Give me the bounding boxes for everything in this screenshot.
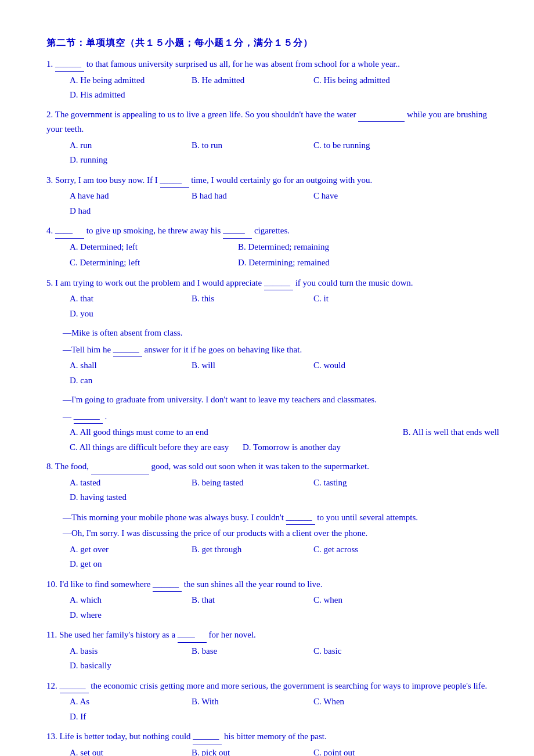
q3-optD: D had: [70, 204, 174, 219]
q1-optC: C. His being admitted: [313, 73, 418, 88]
q12-optC: C. When: [313, 694, 418, 710]
q12-text: 12. ______ the economic crisis getting m…: [46, 678, 499, 694]
q5-optA: A. that: [70, 291, 174, 307]
q6-blank: ______: [113, 342, 142, 358]
q3-options: A have had B had had C have D had: [46, 189, 499, 218]
q4-optC: C. Determining; left: [70, 255, 221, 271]
q7-optD: D. Tomorrow is another day: [243, 442, 341, 452]
q5-options: A. that B. this C. it D. you: [46, 291, 499, 321]
q12-options: A. As B. With C. When D. If: [46, 694, 499, 724]
q6-optB: B. will: [192, 358, 296, 373]
q6-optD: D. can: [70, 373, 174, 388]
q8-optD: D. having tasted: [70, 490, 174, 505]
question-2: 2. The government is appealing to us to …: [46, 107, 499, 168]
question-8: 8. The food, good, was sold out soon whe…: [46, 459, 499, 505]
q3-optC: C have: [313, 189, 418, 204]
q6-dialog1: —Mike is often absent from class.: [46, 326, 499, 341]
q5-text: 5. I am trying to work out the problem a…: [46, 275, 499, 291]
question-5: 5. I am trying to work out the problem a…: [46, 275, 499, 322]
q4-optA: A. Determined; left: [70, 240, 221, 255]
q7-optA: A. All good things must come to an end: [70, 425, 208, 440]
q1-options: A. He being admitted B. He admitted C. H…: [46, 73, 499, 103]
q1-optD: D. His admitted: [70, 88, 174, 103]
q3-optA: A have had: [70, 189, 174, 204]
q11-optA: A. basis: [70, 644, 174, 659]
question-9: —This morning your mobile phone was alwa…: [46, 510, 499, 572]
q12-optA: A. As: [70, 694, 174, 710]
section-title: 第二节：单项填空（共１５小题；每小题１分，满分１５分）: [46, 35, 499, 51]
q10-optC: C. when: [313, 593, 418, 608]
q9-blank: ______: [286, 510, 315, 525]
q4-text: 4. ____ to give up smoking, he threw awa…: [46, 223, 499, 239]
question-6: —Mike is often absent from class. —Tell …: [46, 326, 499, 388]
q8-options: A. tasted B. being tasted C. tasting D. …: [46, 476, 499, 505]
q8-text: 8. The food, good, was sold out soon whe…: [46, 459, 499, 474]
question-3: 3. Sorry, I am too busy now. If I _____ …: [46, 172, 499, 219]
question-4: 4. ____ to give up smoking, he threw awa…: [46, 223, 499, 271]
q13-blank: ______: [193, 729, 222, 744]
q8-optA: A. tasted: [70, 476, 174, 491]
q10-optA: A. which: [70, 593, 174, 608]
q4-blank1: ____: [55, 223, 84, 239]
q5-blank: ______: [264, 275, 293, 291]
q7-blank: ______: [74, 409, 103, 424]
q11-optB: B. base: [192, 644, 296, 659]
question-7: —I'm going to graduate from university. …: [46, 393, 499, 455]
q9-optA: A. get over: [70, 542, 174, 557]
q13-optB: B. pick out: [192, 746, 296, 756]
question-11: 11. She used her family's history as a _…: [46, 627, 499, 674]
q2-options: A. run B. to run C. to be running D. run…: [46, 138, 499, 168]
q2-optC: C. to be running: [313, 138, 418, 153]
q13-optA: A. set out: [70, 746, 174, 756]
q2-optB: B. to run: [192, 138, 296, 153]
q8-optB: B. being tasted: [192, 476, 296, 491]
q6-options: A. shall B. will C. would D. can: [46, 358, 499, 388]
q5-optD: D. you: [70, 307, 174, 322]
q4-optB: B. Determined; remaining: [238, 240, 389, 255]
q4-optD: D. Determining; remained: [238, 255, 389, 271]
q9-dialog2: —Oh, I'm sorry. I was discussing the pri…: [46, 526, 499, 541]
q4-blank2: _____: [223, 223, 252, 239]
q3-text: 3. Sorry, I am too busy now. If I _____ …: [46, 172, 499, 188]
question-10: 10. I'd like to find somewhere ______ th…: [46, 577, 499, 623]
q6-optC: C. would: [313, 358, 418, 373]
q7-optC: C. All things are difficult before they …: [70, 442, 229, 452]
q6-optA: A. shall: [70, 358, 174, 373]
q6-dialog2: —Tell him he ______ answer for it if he …: [46, 342, 499, 358]
q2-blank: [358, 121, 405, 122]
q12-blank: ______: [60, 678, 89, 694]
q1-optA: A. He being admitted: [70, 73, 174, 88]
q11-text: 11. She used her family's history as a _…: [46, 627, 499, 643]
q3-optB: B had had: [192, 189, 296, 204]
q9-optD: D. get on: [70, 557, 174, 572]
q10-blank: ______: [153, 577, 182, 592]
question-1: 1. ______ to that famous university surp…: [46, 56, 499, 103]
q13-optC: C. point out: [313, 746, 418, 756]
question-12: 12. ______ the economic crisis getting m…: [46, 678, 499, 725]
q9-options: A. get over B. get through C. get across…: [46, 542, 499, 572]
q5-optC: C. it: [313, 291, 418, 307]
q10-text: 10. I'd like to find somewhere ______ th…: [46, 577, 499, 592]
q12-optB: B. With: [192, 694, 296, 710]
q7-optB: B. All is well that ends well: [208, 425, 499, 440]
q2-text: 2. The government is appealing to us to …: [46, 107, 499, 137]
q11-optD: D. basically: [70, 658, 174, 674]
question-13: 13. Life is better today, but nothing co…: [46, 729, 499, 756]
q11-options: A. basis B. base C. basic D. basically: [46, 644, 499, 674]
section-container: 第二节：单项填空（共１５小题；每小题１分，满分１５分） 1. ______ to…: [46, 35, 499, 756]
q12-optD: D. If: [70, 710, 174, 725]
q2-optA: A. run: [70, 138, 174, 153]
q11-blank: ____: [178, 627, 207, 643]
q10-options: A. which B. that C. when D. where: [46, 593, 499, 622]
q9-dialog1: —This morning your mobile phone was alwa…: [46, 510, 499, 525]
q7-dialog1: —I'm going to graduate from university. …: [46, 393, 499, 408]
q8-blank: [91, 474, 149, 474]
q8-optC: C. tasting: [313, 476, 418, 491]
q10-optB: B. that: [192, 593, 296, 608]
q4-options: A. Determined; left B. Determined; remai…: [46, 240, 499, 271]
q10-optD: D. where: [70, 608, 174, 623]
q1-optB: B. He admitted: [192, 73, 296, 88]
q9-optC: C. get across: [313, 542, 418, 557]
q7-dialog2: — ______ .: [46, 409, 499, 424]
q13-text: 13. Life is better today, but nothing co…: [46, 729, 499, 744]
